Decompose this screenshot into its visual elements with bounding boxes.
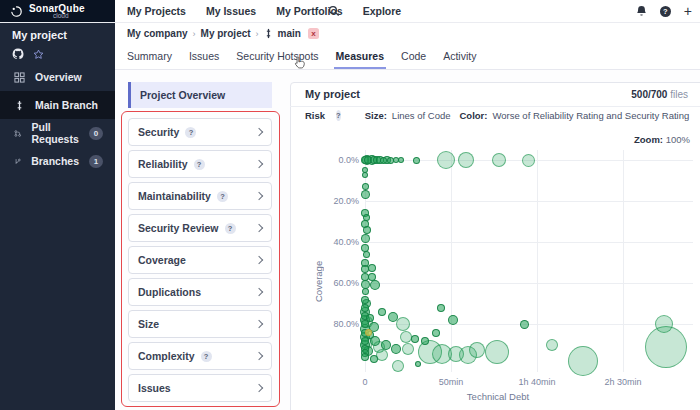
help-icon[interactable]: ? [194,159,205,170]
help-icon[interactable]: ? [217,191,228,202]
sidebar-item-branches[interactable]: Branches 1 [0,147,115,175]
report-title: My project [305,88,360,100]
bubble[interactable] [437,304,445,312]
bubble[interactable] [361,304,369,312]
github-icon[interactable] [12,48,24,60]
chevron-right-icon [255,352,263,360]
help-icon[interactable]: ? [225,223,236,234]
tab-measures[interactable]: Measures [336,50,384,65]
bubble[interactable] [388,312,398,322]
bubble[interactable] [363,226,371,234]
breadcrumb: My company › My project › main x [115,22,700,45]
bubble[interactable] [415,361,421,367]
size-value: Lines of Code [392,110,451,121]
sidebar-item-main-branch[interactable]: Main Branch [0,91,115,119]
measures-nav-maintainability[interactable]: Maintainability? [128,182,272,210]
measure-label: Coverage [138,254,186,266]
color-value: Worse of Reliability Rating and Security… [492,110,689,121]
measures-nav-complexity[interactable]: Complexity? [128,342,272,370]
notifications-bell-icon[interactable] [636,5,647,17]
bubble[interactable] [362,288,369,295]
bubble[interactable] [432,329,440,337]
breadcrumb-separator: › [256,29,259,39]
breadcrumb-company[interactable]: My company [127,28,188,39]
nav-explore[interactable]: Explore [363,5,402,17]
bubble[interactable] [361,265,369,273]
breadcrumb-project[interactable]: My project [201,28,251,39]
files-count-label: files [670,89,688,100]
measure-label: Complexity [138,350,195,362]
chevron-right-icon [255,224,263,232]
measures-nav-reliability[interactable]: Reliability? [128,150,272,178]
bubble[interactable] [361,296,369,304]
measure-label: Maintainability [138,190,211,202]
branch-icon [264,28,273,39]
bubble[interactable] [469,342,485,358]
measures-nav-duplications[interactable]: Duplications [128,278,272,306]
size-label: Size: [365,110,387,121]
measure-label: Issues [138,382,171,394]
y-axis-title: Coverage [313,222,324,302]
grid-icon [14,72,25,83]
zoom-control[interactable]: Zoom: 100% [560,134,690,145]
risk-legend-row: Risk ? Size: Lines of Code Color: Worse … [305,108,700,122]
sidebar-project-title: My project [12,29,67,41]
sidebar-item-label: Overview [35,71,82,83]
bubble[interactable] [361,190,370,199]
sidebar-item-overview[interactable]: Overview [0,63,115,91]
chevron-right-icon [255,128,263,136]
pull-request-icon [14,128,22,139]
bubble[interactable] [392,360,404,372]
sidebar-item-label: Branches [31,155,79,167]
tab-code[interactable]: Code [401,50,426,65]
measure-label: Size [138,318,159,330]
tab-activity[interactable]: Activity [443,50,476,65]
help-icon[interactable]: ? [336,110,341,121]
bubble[interactable] [411,335,419,343]
bubble[interactable] [437,151,455,169]
bubble[interactable] [522,154,535,167]
tab-summary[interactable]: Summary [127,50,172,65]
measures-nav-security-review[interactable]: Security Review? [128,214,272,242]
measures-nav-issues[interactable]: Issues [128,374,272,402]
project-tabs: Summary Issues Security Hotspots Measure… [115,45,700,70]
sidebar-menu: Overview Main Branch Pull Requests 0 Bra… [0,63,115,175]
branches-icon [14,156,21,167]
x-axis-title: Technical Debt [365,391,631,402]
bubble[interactable] [368,264,376,272]
add-plus-icon[interactable]: + [684,4,692,18]
chevron-right-icon [255,160,263,168]
measures-nav-size[interactable]: Size [128,310,272,338]
sidebar-item-label: Main Branch [35,99,98,111]
measure-label: Duplications [138,286,201,298]
help-icon[interactable]: ? [201,351,212,362]
help-icon[interactable]: ? [185,127,196,138]
tab-issues[interactable]: Issues [189,50,219,65]
bubble[interactable] [361,234,370,243]
nav-my-projects[interactable]: My Projects [127,5,186,17]
favorite-star-icon[interactable] [33,49,44,60]
measure-label: Security [138,126,179,138]
sonarqube-logo[interactable]: SonarQube cloud [0,0,115,22]
bubble[interactable] [362,183,369,190]
measures-nav-security[interactable]: Security? [128,118,272,146]
chevron-right-icon [255,288,263,296]
measures-nav-project-overview[interactable]: Project Overview [128,82,272,108]
files-count: 500/700 files [631,89,688,100]
color-label: Color: [459,110,487,121]
sonarqube-logo-icon [10,5,23,18]
nav-my-issues[interactable]: My Issues [206,5,256,17]
bubble[interactable] [381,340,391,350]
measures-nav-coverage[interactable]: Coverage [128,246,272,274]
sonarqube-measures-page: My Projects My Issues My Portfolios Expl… [0,0,700,410]
tab-security-hotspots[interactable]: Security Hotspots [236,50,318,65]
measure-label: Security Review [138,222,219,234]
bubble[interactable] [413,157,420,164]
breadcrumb-branch[interactable]: main [278,28,301,39]
quality-gate-failed-badge: x [308,28,319,39]
risk-label: Risk [305,110,325,121]
search-icon[interactable] [328,0,340,22]
sidebar-item-pull-requests[interactable]: Pull Requests 0 [0,119,115,147]
help-icon[interactable]: ? [660,6,671,17]
breadcrumb-separator: › [193,29,196,39]
